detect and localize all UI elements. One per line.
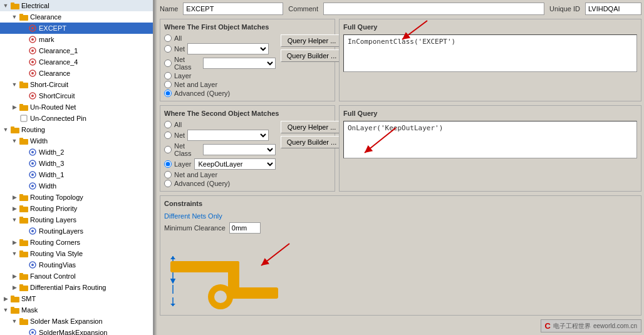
fo-layer-row[interactable]: Layer: [164, 72, 276, 80]
tree-item-routing-via-style[interactable]: ▼Routing Via Style: [0, 248, 153, 259]
tree-item-clearance-group[interactable]: ▼Clearance: [0, 11, 153, 23]
tree-item-label: Clearance: [30, 13, 61, 21]
tree-item-routing-corners[interactable]: ▶Routing Corners: [0, 237, 153, 248]
tree-item-clearance1[interactable]: Clearance_1: [0, 45, 153, 56]
so-layer-select[interactable]: KeepOutLayer: [194, 158, 276, 170]
comment-input[interactable]: [323, 3, 544, 15]
top-bar: Name Comment Unique ID: [160, 3, 641, 15]
fo-net-select[interactable]: [187, 43, 269, 54]
tree-item-solder-mask-exp[interactable]: ▼Solder Mask Expansion: [0, 316, 153, 327]
svg-rect-3: [19, 14, 23, 16]
so-netclass-row[interactable]: Net Class: [164, 142, 276, 157]
so-all-label: All: [174, 121, 182, 128]
so-netclass-radio[interactable]: [164, 146, 172, 153]
svg-point-71: [214, 291, 227, 303]
svg-rect-24: [19, 138, 23, 140]
svg-point-9: [31, 49, 34, 52]
tree-item-routing-layers[interactable]: ▼Routing Layers: [0, 214, 153, 225]
svg-rect-52: [11, 296, 14, 298]
svg-point-30: [31, 173, 34, 176]
tree-item-label: Routing Layers: [30, 216, 76, 224]
tree-item-fanout-control[interactable]: ▶Fanout Control: [0, 271, 153, 282]
tree-item-electrical[interactable]: ▼Electrical: [0, 0, 153, 11]
tree-item-width-group[interactable]: ▼Width: [0, 135, 153, 147]
so-net-radio[interactable]: [164, 131, 172, 139]
fo-netclass-radio[interactable]: [164, 59, 172, 67]
rule-blue-icon: [28, 226, 38, 236]
svg-rect-54: [11, 307, 14, 309]
tree-item-clearance4[interactable]: Clearance_4: [0, 56, 153, 68]
tree-item-routing[interactable]: ▼Routing: [0, 124, 153, 135]
so-full-query-value: OnLayer('KeepOutLayer'): [343, 121, 637, 158]
tree-item-width3[interactable]: Width_3: [0, 158, 153, 169]
expand-icon: ▼: [10, 318, 19, 324]
expand-icon: ▼: [10, 217, 19, 223]
fo-netclass-row[interactable]: Net Class: [164, 56, 276, 71]
tree-item-clearance[interactable]: Clearance: [0, 68, 153, 79]
fo-advanced-radio[interactable]: [164, 90, 172, 97]
tree-item-mark[interactable]: mark: [0, 34, 153, 45]
tree-item-width1[interactable]: Width_1: [0, 169, 153, 180]
name-input[interactable]: [183, 3, 283, 15]
so-advanced-radio[interactable]: [164, 180, 172, 187]
tree-item-un-connected-pin[interactable]: Un-Connected Pin: [0, 113, 153, 124]
tree-item-routing-priority[interactable]: ▶Routing Priority: [0, 203, 153, 214]
fo-netlayer-radio[interactable]: [164, 81, 172, 88]
svg-point-11: [31, 61, 34, 63]
tree-item-soldermaskexpansion[interactable]: SolderMaskExpansion: [0, 327, 153, 335]
name-label: Name: [160, 5, 178, 13]
tree-item-routingvias[interactable]: RoutingVias: [0, 259, 153, 271]
tree-item-smt[interactable]: ▶SMT: [0, 293, 153, 304]
so-netclass-label: Net Class: [174, 142, 200, 157]
so-helper-button[interactable]: Query Helper ...: [281, 121, 343, 133]
fo-advanced-row[interactable]: Advanced (Query): [164, 90, 276, 97]
fo-netclass-label: Net Class: [174, 56, 200, 71]
fo-buttons: Query Helper ... Query Builder ...: [281, 34, 343, 62]
so-layer-row[interactable]: Layer KeepOutLayer: [164, 158, 276, 170]
tree-item-un-routed-net[interactable]: ▶Un-Routed Net: [0, 101, 153, 113]
min-clearance-input[interactable]: [229, 222, 261, 234]
so-netclass-select[interactable]: [203, 144, 275, 155]
fo-net-radio[interactable]: [164, 45, 172, 53]
tree-item-label: Un-Routed Net: [30, 103, 76, 111]
expand-icon: ▶: [1, 296, 10, 302]
so-netlayer-row[interactable]: Net and Layer: [164, 171, 276, 178]
fo-all-radio[interactable]: [164, 34, 172, 42]
so-net-select[interactable]: [187, 130, 269, 141]
fo-builder-button[interactable]: Query Builder ...: [281, 49, 343, 62]
fo-layer-radio[interactable]: [164, 72, 172, 80]
svg-point-13: [31, 72, 34, 75]
uniqueid-input[interactable]: [585, 3, 641, 15]
tree-item-short-circuit[interactable]: ▼Short-Circuit: [0, 79, 153, 90]
tree-item-routinglayers[interactable]: RoutingLayers: [0, 225, 153, 237]
fo-netclass-select[interactable]: [203, 58, 275, 69]
tree-item-label: Routing: [21, 126, 45, 133]
fo-all-row[interactable]: All: [164, 34, 276, 42]
tree-item-label: Width_1: [39, 171, 64, 178]
expand-icon: ▶: [10, 284, 19, 291]
svg-point-40: [31, 230, 34, 232]
so-advanced-row[interactable]: Advanced (Query): [164, 180, 276, 187]
so-layer-radio[interactable]: [164, 160, 172, 168]
so-net-row[interactable]: Net: [164, 130, 276, 141]
second-query-row: Where The Second Object Matches All Net …: [160, 105, 641, 192]
tree-item-width2[interactable]: Width_2: [0, 147, 153, 158]
tree-item-except[interactable]: EXCEPT: [0, 23, 153, 34]
folder-icon: [19, 136, 29, 146]
tree-item-mask[interactable]: ▼Mask: [0, 304, 153, 316]
tree-item-width[interactable]: Width: [0, 180, 153, 192]
folder-icon: [10, 125, 20, 135]
so-builder-button[interactable]: Query Builder ...: [281, 136, 343, 148]
tree-item-shortcircuit[interactable]: ShortCircuit: [0, 90, 153, 101]
rule-red-icon: [28, 57, 38, 67]
fo-netlayer-row[interactable]: Net and Layer: [164, 81, 276, 88]
so-all-row[interactable]: All: [164, 121, 276, 128]
tree-item-label: Width: [39, 182, 56, 190]
folder-icon: [19, 249, 29, 259]
fo-net-row[interactable]: Net: [164, 43, 276, 54]
tree-item-diff-pairs-routing[interactable]: ▶Differential Pairs Routing: [0, 282, 153, 293]
so-netlayer-radio[interactable]: [164, 171, 172, 178]
tree-item-routing-topology[interactable]: ▶Routing Topology: [0, 192, 153, 203]
fo-helper-button[interactable]: Query Helper ...: [281, 34, 343, 47]
so-all-radio[interactable]: [164, 121, 172, 128]
